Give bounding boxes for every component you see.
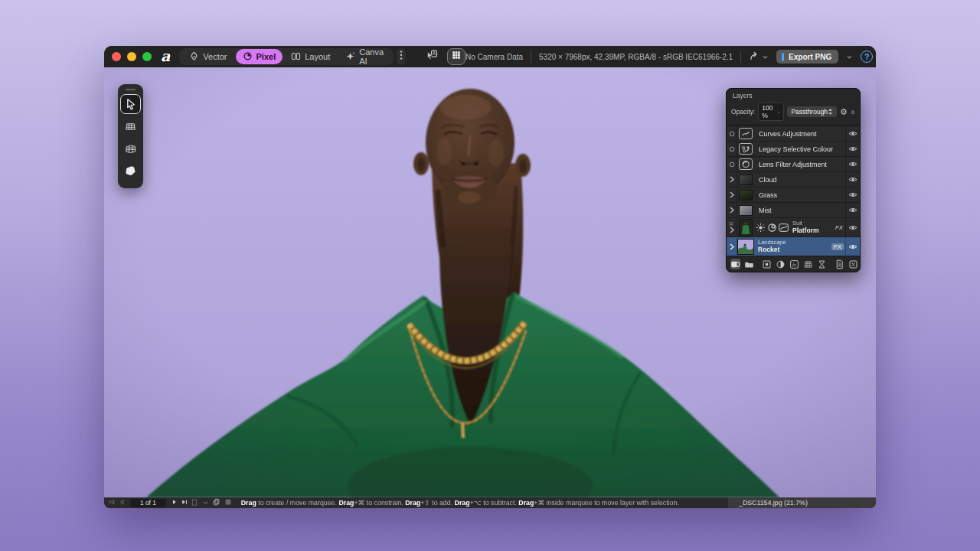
layer-row-lens-filter[interactable]: Lens Filter Adjustment xyxy=(727,156,860,171)
share-button[interactable] xyxy=(749,50,769,64)
layer-row-curves[interactable]: Curves Adjustment xyxy=(727,126,860,141)
suit-row-badges xyxy=(756,223,789,233)
eye-icon xyxy=(848,161,858,168)
lock-icon[interactable] xyxy=(851,108,855,116)
eye-icon xyxy=(848,130,858,137)
fx-badge[interactable]: FX xyxy=(833,224,845,231)
last-page-button[interactable] xyxy=(181,499,188,507)
layer-row-mist[interactable]: Mist xyxy=(727,202,860,217)
layer-tag: Landscape xyxy=(758,240,831,246)
chevron-down-icon xyxy=(762,50,769,64)
panel-drag-handle[interactable] xyxy=(126,89,136,90)
canvas[interactable]: Layers Opacity: 100 % Passthrough ⚙ Curv… xyxy=(104,67,876,497)
toggle-circle-icon[interactable] xyxy=(729,146,735,152)
layer-tag: Suit xyxy=(792,220,833,227)
layer-row-grass[interactable]: Grass xyxy=(727,187,860,202)
first-page-button[interactable] xyxy=(109,499,115,507)
grid-view-button[interactable] xyxy=(447,48,466,65)
view-toggle-group: A xyxy=(423,48,466,65)
selective-colour-icon xyxy=(739,143,753,155)
chevron-right-icon[interactable] xyxy=(730,207,734,214)
curves-adjustment-icon xyxy=(739,128,753,139)
duplicate-icon[interactable] xyxy=(213,498,220,507)
layer-row-landscape[interactable]: Landscape Rocket FX xyxy=(727,236,860,256)
fx-icon: fx xyxy=(789,259,799,269)
layout-icon xyxy=(291,51,301,63)
blend-mode-select[interactable]: Passthrough xyxy=(787,106,837,117)
layer-name: Cloud xyxy=(754,176,845,184)
tab-canva-ai-label: Canva AI xyxy=(359,47,384,66)
live-filter-button[interactable] xyxy=(803,259,813,269)
layer-row-suit[interactable]: Suit Platform FX xyxy=(727,217,860,236)
eye-icon xyxy=(848,207,858,214)
chevron-right-icon[interactable] xyxy=(730,227,734,233)
layer-name: Mist xyxy=(754,207,845,214)
warped-grid-icon xyxy=(124,142,137,155)
vector-icon xyxy=(189,51,199,63)
more-personas-button[interactable] xyxy=(397,48,406,65)
export-png-button[interactable]: Export PNG xyxy=(776,50,838,64)
fx-badge[interactable]: FX xyxy=(831,243,844,250)
visibility-toggle[interactable] xyxy=(845,157,860,171)
tab-vector[interactable]: Vector xyxy=(182,48,234,65)
tab-canva-ai[interactable]: Canva AI xyxy=(338,48,390,65)
new-page-icon xyxy=(835,259,844,269)
visibility-toggle[interactable] xyxy=(845,187,860,202)
visibility-toggle[interactable] xyxy=(845,237,860,256)
tab-vector-label: Vector xyxy=(203,52,227,61)
mask-layer-button[interactable] xyxy=(730,259,740,269)
help-button[interactable]: ? xyxy=(861,51,873,63)
layer-row-selective-colour[interactable]: Legacy Selective Colour xyxy=(727,141,860,156)
layer-name: Platform xyxy=(792,227,833,234)
visibility-toggle[interactable] xyxy=(845,126,860,141)
chevron-right-icon[interactable] xyxy=(730,243,734,250)
app-window: a Vector Pixel Layout Canva AI xyxy=(104,46,876,508)
eye-icon xyxy=(848,191,858,198)
blob-icon xyxy=(124,165,137,178)
toggle-circle-icon[interactable] xyxy=(729,131,735,137)
page-options-button[interactable] xyxy=(202,499,209,507)
mesh-warp-tool[interactable] xyxy=(120,116,141,136)
tab-layout[interactable]: Layout xyxy=(284,48,337,65)
close-button[interactable] xyxy=(112,52,121,61)
visibility-toggle[interactable] xyxy=(845,218,860,236)
eye-icon xyxy=(848,243,858,250)
half-circle-icon xyxy=(776,259,786,269)
new-mask-button[interactable] xyxy=(762,259,772,269)
chevron-right-icon[interactable] xyxy=(730,176,734,183)
opacity-value: 100 % xyxy=(762,104,774,119)
layer-row-cloud[interactable]: Cloud xyxy=(727,171,860,187)
next-page-button[interactable] xyxy=(172,499,178,507)
rasterize-button[interactable] xyxy=(848,259,858,269)
opacity-input[interactable]: 100 % xyxy=(758,103,784,121)
suit-layer-thumbnail xyxy=(739,219,753,236)
liquify-tool[interactable] xyxy=(120,161,141,181)
chevron-right-icon[interactable] xyxy=(730,191,734,198)
layer-name: Legacy Selective Colour xyxy=(754,145,845,153)
file-info[interactable]: _DSC1154.jpg (21.7%) xyxy=(728,497,876,508)
group-layers-button[interactable] xyxy=(744,259,754,269)
visibility-toggle[interactable] xyxy=(845,172,860,187)
export-options-chevron[interactable] xyxy=(846,50,853,64)
assistant-button[interactable]: A xyxy=(423,48,441,65)
list-view-icon[interactable] xyxy=(224,498,232,507)
previous-page-button[interactable] xyxy=(119,499,125,507)
zoom-button[interactable] xyxy=(142,52,152,61)
tab-pixel[interactable]: Pixel xyxy=(236,49,283,64)
add-page-button[interactable] xyxy=(191,499,198,507)
kebab-icon xyxy=(397,50,406,64)
titlebar-right: No Camera Data 5320 × 7968px, 42.39MP, R… xyxy=(466,50,873,64)
toggle-circle-icon[interactable] xyxy=(729,161,735,168)
layer-thumbnail xyxy=(739,205,753,216)
history-button[interactable] xyxy=(817,259,827,269)
svg-text:fx: fx xyxy=(792,262,796,266)
gear-icon[interactable]: ⚙ xyxy=(840,108,848,116)
layer-effects-button[interactable]: fx xyxy=(789,259,799,269)
perspective-tool[interactable] xyxy=(120,139,141,158)
visibility-toggle[interactable] xyxy=(845,203,860,217)
minimize-button[interactable] xyxy=(127,52,136,61)
move-tool[interactable] xyxy=(120,94,141,114)
adjustment-button[interactable] xyxy=(776,259,786,269)
new-layer-button[interactable] xyxy=(835,259,844,269)
visibility-toggle[interactable] xyxy=(845,142,860,156)
